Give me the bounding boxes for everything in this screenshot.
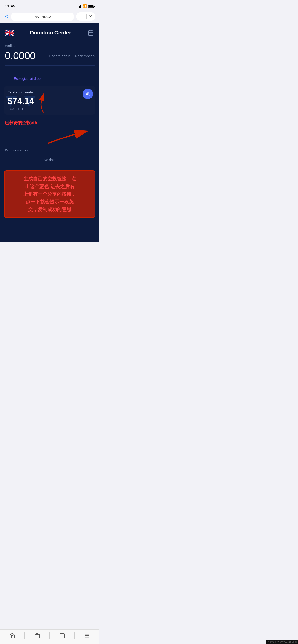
svg-line-11 [87,94,89,95]
browser-header: < PW INDEX ··· ✕ [0,10,99,24]
donation-record: Donation record No data [0,146,99,168]
wallet-section: Wallet 0.0000 Donate again Redemption [0,41,99,74]
red-arrow-2-overlay [0,126,99,146]
airdrop-label: Ecological airdrop [8,90,92,94]
signal-icon [77,4,81,8]
tab-second[interactable] [50,74,95,82]
app-title: Donation Center [30,30,71,36]
calendar-icon[interactable] [87,29,95,37]
battery-icon [88,4,95,8]
svg-point-13 [86,94,87,95]
flag-icon: 🇬🇧 [5,28,14,38]
more-button[interactable]: ··· [79,14,84,19]
wallet-divider [5,66,95,66]
overlay-text: 已获得的空投eth [5,120,37,125]
browser-actions: ··· ✕ [76,12,95,20]
wallet-label: Wallet [5,44,95,48]
redemption-button[interactable]: Redemption [75,54,95,58]
no-data-text: No data [5,154,95,166]
airdrop-card-inner: Ecological airdrop $74.14 0.3000 ETH [8,90,92,111]
airdrop-amount: $74.14 [8,96,92,106]
airdrop-eth: 0.3000 ETH [8,107,92,111]
annotation-box: 生成自己的空投链接，点 击这个蓝色 进去之后右 上角有一个分享的按钮， 点一下就… [4,170,95,218]
wallet-row: 0.0000 Donate again Redemption [5,50,95,62]
donate-again-button[interactable]: Donate again [49,54,70,58]
app-content: 🇬🇧 Donation Center Wallet 0.0000 Donate … [0,24,99,242]
svg-rect-3 [88,31,93,36]
wallet-amount: 0.0000 [5,50,36,62]
header-divider [86,14,87,19]
close-button[interactable]: ✕ [89,14,93,19]
svg-point-14 [89,94,89,95]
app-header: 🇬🇧 Donation Center [0,24,99,41]
tab-bar: Ecological airdrop [0,74,99,82]
svg-point-8 [89,92,90,93]
url-bar[interactable]: PW INDEX [11,13,74,20]
airdrop-card: ▼▼ Ecological airdrop $74.14 0.3000 ETH [4,86,95,114]
back-button[interactable]: < [4,12,9,20]
overlay-annotation: 已获得的空投eth [0,118,99,126]
donation-record-label: Donation record [5,148,95,152]
status-icons: 📶 [77,4,95,8]
svg-rect-1 [94,6,95,7]
airdrop-share-button[interactable] [83,89,93,99]
annotation-box-text: 生成自己的空投链接，点 击这个蓝色 进去之后右 上角有一个分享的按钮， 点一下就… [9,175,91,213]
wifi-icon: 📶 [82,4,87,8]
status-time: 11:45 [5,4,15,8]
svg-point-9 [89,95,90,96]
status-bar: 11:45 📶 [0,0,99,10]
svg-rect-2 [89,5,94,8]
wallet-actions: Donate again Redemption [49,54,95,58]
tab-ecological-airdrop[interactable]: Ecological airdrop [5,74,50,82]
